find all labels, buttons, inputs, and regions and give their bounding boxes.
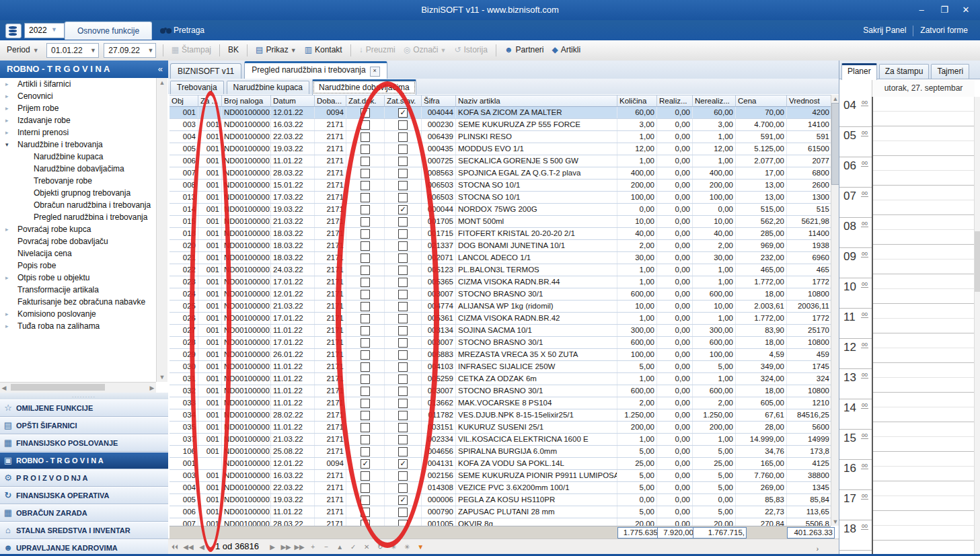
table-row[interactable]: 033001ND00100000111.01.222171013662MAK.V… [169,397,831,409]
checkbox-unchecked[interactable] [361,314,370,323]
tree-item-popis-robe[interactable]: Popis robe [0,260,156,272]
table-row[interactable]: 032001ND00100000111.01.222171003007STOCN… [169,385,831,397]
bk-button[interactable]: BK [224,40,243,60]
doc-tab-biznisoft-v11[interactable]: BIZNISOFT v11 [170,63,241,79]
checkbox-unchecked[interactable] [398,253,408,263]
time-slot-14[interactable] [873,393,974,422]
prikaz-button[interactable]: ▤Prikaz▼ [252,40,301,61]
zat-stav-checkbox[interactable] [385,385,422,397]
zat-stav-checkbox[interactable] [385,422,422,433]
zat-dok-checkbox[interactable] [346,470,385,481]
column-header-cena[interactable]: Cena [736,95,787,107]
sub-tab-trebovanja[interactable]: Trebovanja [170,81,224,94]
checkbox-checked[interactable]: ✓ [398,459,408,469]
checkbox-unchecked[interactable] [361,508,370,517]
zat-stav-checkbox[interactable]: ✓ [385,204,422,215]
checkbox-unchecked[interactable] [361,278,370,287]
zat-stav-checkbox[interactable] [385,288,422,300]
column-header-doba[interactable]: Doba... [315,95,346,107]
zat-dok-checkbox[interactable] [346,313,385,324]
checkbox-unchecked[interactable] [398,302,408,311]
zat-stav-checkbox[interactable]: ✓ [385,458,422,469]
close-tab-icon[interactable]: × [370,67,380,77]
checkbox-unchecked[interactable] [398,290,408,299]
chevron-right-icon[interactable]: ▸ [5,223,9,235]
checkbox-unchecked[interactable] [361,145,370,154]
checkbox-unchecked[interactable] [398,374,408,384]
column-header-broj-naloga[interactable]: Broj naloga [222,95,271,107]
zat-dok-checkbox[interactable] [346,494,385,506]
filter-icon[interactable]: ▼ [414,540,427,555]
table-row[interactable]: 020001ND00100000118.03.222171021337DOG B… [169,240,831,252]
checkbox-unchecked[interactable] [361,399,370,408]
panel-tab-za-tampu[interactable]: Za štampu [879,64,930,79]
sidebar-item-obra-un-zarada[interactable]: ▦OBRAČUN ZARADA [0,504,168,522]
zat-stav-checkbox[interactable] [385,301,422,312]
checkbox-unchecked[interactable] [398,229,408,239]
zat-stav-checkbox[interactable] [385,506,422,518]
zat-dok-checkbox[interactable] [346,288,385,300]
column-header-datum[interactable]: Datum [271,95,315,107]
zat-stav-checkbox[interactable] [385,240,422,251]
planner-day-column[interactable] [873,97,974,556]
cancel-icon[interactable]: ✕ [360,540,373,555]
checkbox-unchecked[interactable] [361,374,370,384]
next-page-icon[interactable]: ▶▶ [279,540,293,555]
table-row[interactable]: 018001ND00100000118.03.222171001715FITOF… [169,228,831,240]
zat-dok-checkbox[interactable] [346,276,385,288]
table-row[interactable]: 015001ND00100000121.03.222171001705MONT … [169,216,831,228]
zat-dok-checkbox[interactable] [346,119,385,130]
zat-dok-checkbox[interactable] [346,397,385,409]
table-row[interactable]: 007001ND00100000128.03.222171008563SPOJN… [169,167,831,180]
zat-stav-checkbox[interactable] [385,361,422,372]
table-row[interactable]: 034001ND00100000128.02.222171011782VES.D… [169,409,831,422]
time-slot-05[interactable] [873,126,974,156]
zat-dok-checkbox[interactable] [346,385,385,397]
time-slot-16[interactable] [873,452,974,481]
checkbox-checked[interactable]: ✓ [361,108,370,118]
insert-icon[interactable]: + [306,540,319,555]
zat-dok-checkbox[interactable]: ✓ [346,458,385,469]
tree-item-narud-bine-kupaca[interactable]: Narudžbine kupaca [0,151,156,163]
sub-tab-narud-bine-kupaca[interactable]: Narudžbine kupaca [227,81,309,94]
zat-stav-checkbox[interactable] [385,119,422,130]
checkbox-unchecked[interactable] [361,350,370,360]
zat-stav-checkbox[interactable] [385,131,422,143]
year-select[interactable]: 2022 [24,23,65,38]
checkbox-unchecked[interactable] [361,132,370,142]
last-record-icon[interactable]: ▶▶ [293,540,306,555]
panel-tab-planer[interactable]: Planer [841,63,877,80]
table-row[interactable]: 030001ND00100000111.01.222171004103INFRA… [169,361,831,373]
sakrij-panel-button[interactable]: Sakrij Panel [856,20,913,40]
zat-stav-checkbox[interactable] [385,155,422,167]
table-row[interactable]: 004001ND00100000122.03.222171014308VEZIC… [169,482,831,494]
column-header-za[interactable]: Za ... [198,95,222,107]
zat-dok-checkbox[interactable] [346,301,385,312]
time-slot-10[interactable] [873,274,974,304]
checkbox-unchecked[interactable] [361,290,370,299]
column-header-zat-stav[interactable]: Zat.stav. [385,95,422,107]
checkbox-unchecked[interactable] [398,278,408,287]
column-header-zat-dok[interactable]: Zat.dok. [346,95,385,107]
column-header-obj[interactable]: Obj [169,95,198,107]
time-slot-12[interactable] [873,333,974,363]
time-slot-13[interactable] [873,363,974,393]
year-dropdown-icon[interactable]: ▼ [50,23,59,37]
checkbox-unchecked[interactable] [398,435,408,444]
zat-dok-checkbox[interactable] [346,204,385,215]
zat-stav-checkbox[interactable] [385,264,422,276]
table-row[interactable]: 022001ND00100000124.03.222171005123PL.BA… [169,264,831,276]
zat-stav-checkbox[interactable] [385,192,422,203]
zat-dok-checkbox[interactable] [346,264,385,276]
tree-item-povra-aj-robe-kupca[interactable]: ▸Povraćaj robe kupca [0,223,156,235]
checkbox-unchecked[interactable] [398,399,408,408]
checkbox-unchecked[interactable] [361,338,370,348]
zat-dok-checkbox[interactable] [346,422,385,433]
checkbox-unchecked[interactable] [361,362,370,372]
panel-splitter[interactable]: ......... [0,393,168,399]
checkbox-unchecked[interactable] [361,241,370,251]
minimize-button[interactable]: – [911,4,932,16]
scrollbar-thumb[interactable] [11,384,105,391]
checkbox-unchecked[interactable] [398,193,408,202]
tree-item-narud-bine-i-trebovanja[interactable]: ▾Narudžbine i trebovanja [0,138,156,151]
